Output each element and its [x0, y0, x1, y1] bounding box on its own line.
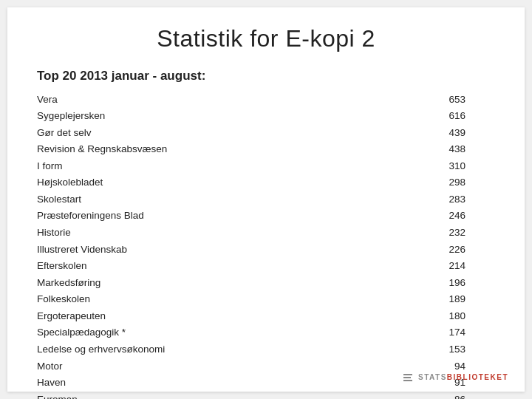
table-row: Gør det selv439 [37, 124, 495, 141]
row-value: 439 [395, 124, 495, 141]
row-label: Specialpædagogik * [37, 324, 395, 341]
row-label: I form [37, 157, 395, 174]
row-label: Højskolebladet [37, 174, 395, 191]
row-value: 153 [395, 341, 495, 358]
row-value: 189 [395, 291, 495, 308]
table-row: I form310 [37, 157, 495, 174]
table-row: Sygeplejersken616 [37, 108, 495, 125]
subtitle: Top 20 2013 januar - august: [37, 69, 495, 83]
row-label: Præsteforeningens Blad [37, 208, 395, 225]
row-label: Ergoterapeuten [37, 307, 395, 324]
footer-text: STATSBIBLIOTEKET [418, 373, 508, 381]
table-row: Præsteforeningens Blad246 [37, 208, 495, 225]
table-row: Folkeskolen189 [37, 291, 495, 308]
row-value: 438 [395, 141, 495, 158]
table-row: Efterskolen214 [37, 258, 495, 275]
row-value: 616 [395, 108, 495, 125]
footer-prefix: STATS [418, 373, 447, 381]
row-value: 214 [395, 258, 495, 275]
row-label: Vera [37, 91, 395, 108]
table-row: Illustreret Videnskab226 [37, 241, 495, 258]
row-value: 310 [395, 157, 495, 174]
row-label: Motor [37, 358, 395, 375]
row-label: Folkeskolen [37, 291, 395, 308]
table-row: Specialpædagogik *174 [37, 324, 495, 341]
row-label: Sygeplejersken [37, 108, 395, 125]
row-value: 298 [395, 174, 495, 191]
table-row: Historie232 [37, 225, 495, 242]
row-label: Markedsføring [37, 274, 395, 291]
table-row: Euroman86 [37, 391, 495, 399]
stats-table: Vera653Sygeplejersken616Gør det selv439R… [37, 91, 495, 399]
footer-logo: STATSBIBLIOTEKET [403, 373, 508, 381]
row-value: 180 [395, 307, 495, 324]
row-label: Ledelse og erhvervsøkonomi [37, 341, 395, 358]
page-title: Statistik for E-kopi 2 [37, 25, 495, 52]
table-row: Højskolebladet298 [37, 174, 495, 191]
table-row: Skolestart283 [37, 191, 495, 208]
row-value: 283 [395, 191, 495, 208]
footer-suffix: BIBLIOTEKET [447, 373, 508, 381]
row-value: 94 [395, 358, 495, 375]
slide: Statistik for E-kopi 2 Top 20 2013 janua… [7, 7, 525, 392]
table-row: Vera653 [37, 91, 495, 108]
table-row: Ledelse og erhvervsøkonomi153 [37, 341, 495, 358]
row-label: Revision & Regnskabsvæsen [37, 141, 395, 158]
row-value: 86 [395, 391, 495, 399]
table-row: Ergoterapeuten180 [37, 307, 495, 324]
row-label: Haven [37, 375, 395, 392]
row-value: 232 [395, 225, 495, 242]
row-value: 653 [395, 91, 495, 108]
row-label: Historie [37, 225, 395, 242]
row-label: Euroman [37, 391, 395, 399]
footer-lines-icon [403, 374, 412, 381]
row-value: 226 [395, 241, 495, 258]
row-label: Gør det selv [37, 124, 395, 141]
table-row: Revision & Regnskabsvæsen438 [37, 141, 495, 158]
row-label: Efterskolen [37, 258, 395, 275]
table-row: Motor94 [37, 358, 495, 375]
row-value: 174 [395, 324, 495, 341]
row-value: 246 [395, 208, 495, 225]
row-label: Skolestart [37, 191, 395, 208]
row-value: 196 [395, 274, 495, 291]
table-row: Markedsføring196 [37, 274, 495, 291]
row-label: Illustreret Videnskab [37, 241, 395, 258]
